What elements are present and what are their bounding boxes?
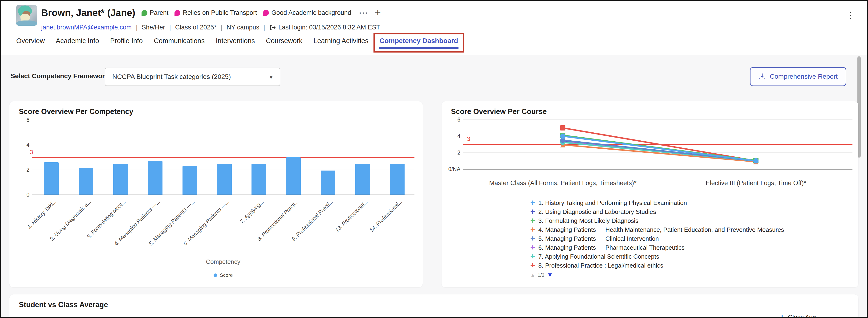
x-axis-label: 1. History Taki... <box>26 198 58 230</box>
class-avg-label: Class Avg <box>788 314 816 318</box>
bar-7-applying-[interactable] <box>251 164 266 195</box>
tag-relies-on-public-transport[interactable]: Relies on Public Transport <box>175 9 257 17</box>
x-axis-label: 7. Applying... <box>239 198 266 225</box>
legend-marker-icon: ✚ <box>530 209 535 214</box>
class-avg-marker-icon: ✚ <box>780 315 784 318</box>
legend-item-4: ✚4. Managing Patients — Health Maintenan… <box>530 225 784 234</box>
legend-item-8: ✚8. Professional Practice : Legal/medica… <box>530 261 784 270</box>
bar-chart-legend: Score <box>214 272 233 278</box>
bar-2-using-diagnostic-a-[interactable] <box>79 168 93 195</box>
legend-item-2: ✚2. Using Diagnostic and Laboratory Stud… <box>530 207 784 216</box>
student-tags: ParentRelies on Public TransportGood Aca… <box>142 9 351 17</box>
legend-item-1: ✚1. History Taking and Performing Physic… <box>530 198 784 207</box>
x-axis-line <box>32 195 414 195</box>
gridline-y4 <box>32 145 414 145</box>
category-label: Master Class (All Forms, Patient Logs, T… <box>489 179 637 187</box>
legend-item-label: 2. Using Diagnostic and Laboratory Studi… <box>538 208 656 215</box>
more-tags-button[interactable]: ⋯ <box>359 7 368 18</box>
bar-1-history-taki-[interactable] <box>44 162 59 195</box>
add-tag-button[interactable]: + <box>375 7 381 19</box>
tab-learning-activities[interactable]: Learning Activities <box>313 37 369 45</box>
kebab-menu-button[interactable]: ⋮ <box>846 10 855 20</box>
tab-profile-info[interactable]: Profile Info <box>110 37 143 45</box>
x-axis-label: 13. Professional... <box>334 198 369 233</box>
legend-marker-icon: ✚ <box>530 254 535 259</box>
tag-label: Good Academic background <box>271 9 351 17</box>
legend-pagination: ▲1/2▼ <box>530 271 553 279</box>
y-tick-label: 2 <box>445 150 460 156</box>
legend-page-count: 1/2 <box>537 272 545 278</box>
gridline-y6 <box>32 120 414 120</box>
student-class: Class of 2025* <box>175 24 217 31</box>
line-chart-plot: 0/NA2463Master Class (All Forms, Patient… <box>441 101 858 287</box>
legend-item-label: 4. Managing Patients — Health Maintenanc… <box>538 226 784 233</box>
legend-marker-icon: ✚ <box>530 236 535 241</box>
caret-down-icon: ▼ <box>269 74 274 80</box>
x-axis-label: 14. Professional... <box>368 198 403 233</box>
score-per-course-card: Score Overview Per Course 0/NA2463Master… <box>441 101 858 287</box>
tab-academic-info[interactable]: Academic Info <box>56 37 99 45</box>
student-info-row: janet.brownMPA@example.com | She/Her | C… <box>41 24 380 31</box>
logout-icon <box>269 24 276 31</box>
framework-select[interactable]: NCCPA Blueprint Task categories (2025) ▼ <box>105 67 280 86</box>
threshold-line <box>32 157 414 158</box>
framework-select-label: Select Competency Framework: <box>10 72 111 80</box>
student-name: Brown, Janet* (Jane) <box>41 7 135 18</box>
student-header: Brown, Janet* (Jane) ParentRelies on Pub… <box>1 1 867 55</box>
download-icon <box>758 73 766 80</box>
legend-marker-icon: ✚ <box>530 263 535 268</box>
tab-coursework[interactable]: Coursework <box>266 37 302 45</box>
tab-bar: OverviewAcademic InfoProfile InfoCommuni… <box>16 37 458 45</box>
tag-pin-icon <box>175 10 180 16</box>
legend-item-6: ✚6. Managing Patients — Pharmaceutical T… <box>530 243 784 252</box>
x-axis-title: Competency <box>206 258 241 265</box>
main-content: Select Competency Framework: NCCPA Bluep… <box>1 55 867 317</box>
tab-interventions[interactable]: Interventions <box>216 37 255 45</box>
bar-5-managing-patients-[interactable] <box>183 166 197 195</box>
legend-item-label: 7. Applying Foundational Scientific Conc… <box>538 253 659 260</box>
student-vs-class-card: Student vs Class Average ✚ Class Avg <box>9 294 858 318</box>
tag-good-academic-background[interactable]: Good Academic background <box>263 9 351 17</box>
bar-6-managing-patients-[interactable] <box>217 164 232 195</box>
separator: | <box>264 24 265 31</box>
separator: | <box>221 24 222 31</box>
legend-item-label: 6. Managing Patients — Pharmaceutical Th… <box>538 244 685 251</box>
y-tick-label: 0 <box>16 192 29 198</box>
comprehensive-report-label: Comprehensive Report <box>770 73 838 80</box>
bar-3-formulating-most-[interactable] <box>113 164 128 195</box>
bar-13-professional-[interactable] <box>355 164 370 195</box>
separator: | <box>136 24 137 31</box>
tab-overview[interactable]: Overview <box>16 37 45 45</box>
legend-page-up-button[interactable]: ▲ <box>530 272 535 278</box>
bar-14-professional-[interactable] <box>390 164 405 195</box>
bar-4-managing-patients-[interactable] <box>148 161 162 195</box>
last-login: Last login: 03/15/2026 8:32 AM EST <box>269 24 380 31</box>
category-label: Elective III (Patient Logs, Time Off)* <box>706 179 806 187</box>
tab-communications[interactable]: Communications <box>154 37 205 45</box>
avatar-gown <box>16 21 37 26</box>
legend-item-5: ✚5. Managing Patients — Clinical Interve… <box>530 234 784 243</box>
class-avg-legend: ✚ Class Avg <box>780 314 816 318</box>
y-tick-label: 4 <box>445 133 460 140</box>
tag-label: Parent <box>150 9 168 17</box>
tag-pin-icon <box>142 10 147 16</box>
legend-page-down-button[interactable]: ▼ <box>547 271 553 279</box>
tag-label: Relies on Public Transport <box>183 9 257 17</box>
legend-item-label: 1. History Taking and Performing Physica… <box>538 199 687 207</box>
legend-marker-icon: ✚ <box>530 218 535 224</box>
student-vs-class-title: Student vs Class Average <box>19 300 108 309</box>
bar-9-professional-practi-[interactable] <box>321 171 335 195</box>
threshold-label: 3 <box>30 149 33 155</box>
tab-competency-dashboard[interactable]: Competency Dashboard <box>380 37 458 45</box>
comprehensive-report-button[interactable]: Comprehensive Report <box>750 67 846 86</box>
legend-item-3: ✚3. Formulating Most Likely Diagnosis <box>530 216 784 225</box>
student-email-link[interactable]: janet.brownMPA@example.com <box>41 24 132 31</box>
tag-parent[interactable]: Parent <box>142 9 168 17</box>
y-tick-label: 6 <box>445 117 460 123</box>
bar-8-professional-practi-[interactable] <box>286 157 301 195</box>
score-legend-label: Score <box>220 272 233 278</box>
student-pronouns: She/Her <box>142 24 165 31</box>
line-chart-legend: ✚1. History Taking and Performing Physic… <box>530 198 784 270</box>
series-marker-8 <box>560 125 565 131</box>
series-marker-1 <box>560 134 565 139</box>
